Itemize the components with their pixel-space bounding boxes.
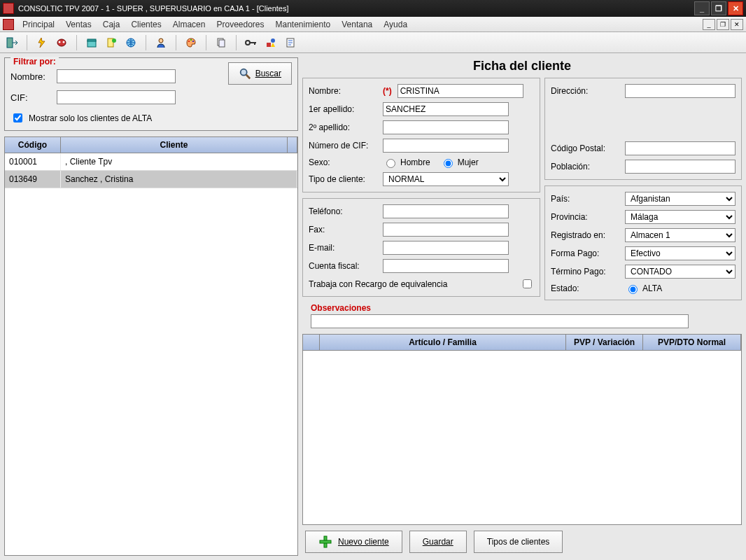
- filter-cif-input[interactable]: [57, 90, 176, 104]
- input-ape2[interactable]: [383, 120, 509, 134]
- filter-legend: Filtrar por:: [10, 57, 59, 66]
- input-observaciones[interactable]: [311, 314, 689, 328]
- filter-nombre-input[interactable]: [57, 69, 176, 83]
- input-cp[interactable]: [625, 141, 736, 155]
- cell-codigo: 010001: [5, 153, 61, 170]
- left-panel: Filtrar por: Nombre: CIF: Buscar: [4, 57, 298, 556]
- toolbar-note-icon[interactable]: [104, 35, 119, 50]
- client-grid: Código Cliente 010001, Cliente Tpv013649…: [4, 136, 298, 556]
- toolbar-exit-icon[interactable]: [4, 35, 20, 50]
- select-provincia[interactable]: Málaga: [625, 210, 736, 224]
- menu-clientes[interactable]: Clientes: [125, 18, 167, 31]
- menu-caja[interactable]: Caja: [97, 18, 126, 31]
- minimize-button[interactable]: _: [694, 1, 710, 15]
- toolbar-bolt-icon[interactable]: [34, 35, 50, 50]
- svg-point-15: [246, 41, 250, 45]
- cell-codigo: 013649: [5, 171, 61, 188]
- titlebar: CONSOLTIC TPV 2007 - 1 - SUPER , SUPERUS…: [0, 0, 746, 17]
- menu-mantenimiento[interactable]: Mantenimiento: [270, 18, 337, 31]
- toolbar-mask-icon[interactable]: [54, 35, 69, 50]
- select-terminopago[interactable]: CONTADO: [625, 265, 736, 279]
- input-email[interactable]: [383, 241, 509, 255]
- tipos-clientes-button[interactable]: Tipos de clientes: [474, 531, 563, 553]
- svg-rect-14: [219, 40, 225, 47]
- radio-hombre[interactable]: [386, 159, 395, 168]
- artheader-dto[interactable]: PVP/DTO Normal: [643, 335, 741, 350]
- buscar-label: Buscar: [255, 69, 281, 78]
- radio-alta-wrap[interactable]: ALTA: [625, 283, 662, 294]
- table-row[interactable]: 010001, Cliente Tpv: [5, 153, 297, 171]
- label-nombre: Nombre:: [309, 86, 379, 96]
- mdi-close-button[interactable]: ✕: [731, 19, 743, 30]
- label-recargo: Trabaja con Recargo de equivalencia: [309, 279, 447, 289]
- buscar-button[interactable]: Buscar: [228, 62, 292, 85]
- mdi-icon: [3, 19, 14, 30]
- toolbar-copy-icon[interactable]: [213, 35, 229, 50]
- toolbar-shapes-icon[interactable]: [263, 35, 279, 50]
- nuevo-cliente-button[interactable]: Nuevo cliente: [305, 531, 402, 553]
- svg-point-10: [188, 41, 190, 42]
- label-pais: País:: [551, 194, 621, 204]
- filter-alta-checkbox[interactable]: [13, 113, 22, 122]
- guardar-button[interactable]: Guardar: [409, 531, 467, 553]
- toolbar-doc-icon[interactable]: [283, 35, 298, 50]
- close-button[interactable]: ✕: [728, 1, 743, 15]
- maximize-button[interactable]: ❐: [711, 1, 726, 15]
- menubar: Principal Ventas Caja Clientes Almacen P…: [0, 17, 746, 32]
- select-tipo[interactable]: NORMAL: [383, 172, 509, 186]
- menu-principal[interactable]: Principal: [17, 18, 60, 31]
- article-grid: Artículo / Familia PVP / Variación PVP/D…: [302, 334, 742, 525]
- svg-point-3: [63, 41, 65, 43]
- artheader-pvp[interactable]: PVP / Variación: [566, 335, 643, 350]
- input-ape1[interactable]: [383, 102, 509, 116]
- input-direccion[interactable]: [625, 84, 736, 98]
- toolbar-palette-icon[interactable]: [183, 35, 199, 50]
- menu-proveedores[interactable]: Proveedores: [211, 18, 269, 31]
- label-cp: Código Postal:: [551, 144, 621, 153]
- label-ape1: 1er apellido:: [309, 104, 379, 114]
- menu-ventas[interactable]: Ventas: [60, 18, 97, 31]
- cell-cliente: , Cliente Tpv: [61, 153, 297, 170]
- label-provincia: Provincia:: [551, 212, 621, 222]
- label-estado: Estado:: [551, 284, 621, 293]
- input-fax[interactable]: [383, 223, 509, 237]
- input-nombre[interactable]: [397, 84, 523, 98]
- label-telefono: Teléfono:: [309, 206, 379, 216]
- input-cif[interactable]: [383, 139, 509, 153]
- label-formapago: Forma Pago:: [551, 248, 621, 258]
- radio-alta[interactable]: [628, 285, 638, 294]
- table-row[interactable]: 013649Sanchez , Cristina: [5, 171, 297, 188]
- input-cuenta[interactable]: [383, 259, 509, 273]
- toolbar-globe-icon[interactable]: [123, 35, 139, 50]
- mdi-restore-button[interactable]: ❐: [717, 19, 729, 30]
- menu-ayuda[interactable]: Ayuda: [378, 18, 413, 31]
- header-codigo[interactable]: Código: [5, 137, 61, 153]
- menu-ventana[interactable]: Ventana: [336, 18, 378, 31]
- checkbox-recargo[interactable]: [523, 279, 532, 288]
- toolbar-user-icon[interactable]: [153, 35, 169, 50]
- radio-mujer[interactable]: [444, 159, 453, 168]
- select-formapago[interactable]: Efectivo: [625, 246, 736, 260]
- radio-hombre-wrap[interactable]: Hombre: [383, 157, 430, 168]
- select-registrado[interactable]: Almacen 1: [625, 228, 736, 242]
- group-identity: Nombre: (*) 1er apellido: 2º apellido: N…: [302, 78, 540, 192]
- toolbar-key-icon[interactable]: [244, 35, 259, 50]
- menu-almacen[interactable]: Almacen: [167, 18, 211, 31]
- select-pais[interactable]: Afganistan: [625, 192, 736, 206]
- label-direccion: Dirección:: [551, 86, 621, 96]
- radio-mujer-wrap[interactable]: Mujer: [440, 157, 479, 168]
- svg-rect-24: [320, 540, 331, 543]
- mdi-minimize-button[interactable]: _: [703, 19, 715, 30]
- label-registrado: Registrado en:: [551, 230, 621, 240]
- input-poblacion[interactable]: [625, 160, 736, 174]
- plus-icon: [318, 535, 332, 549]
- svg-point-7: [112, 38, 116, 43]
- artheader-blank: [303, 335, 320, 350]
- svg-rect-18: [267, 43, 271, 47]
- artheader-articulo[interactable]: Artículo / Familia: [320, 335, 566, 350]
- toolbar-box-icon[interactable]: [84, 35, 99, 50]
- header-cliente[interactable]: Cliente: [61, 137, 288, 153]
- svg-point-9: [159, 38, 163, 43]
- input-telefono[interactable]: [383, 204, 509, 218]
- toolbar: [0, 32, 746, 53]
